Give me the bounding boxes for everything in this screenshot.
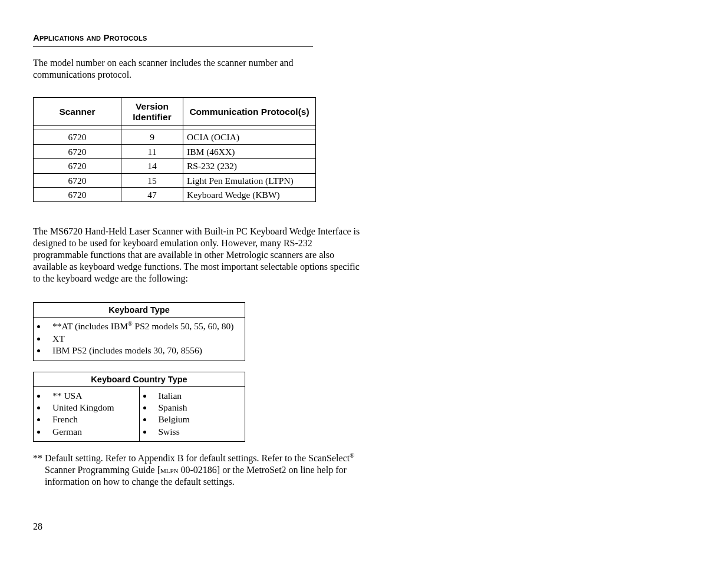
kbd-at-suffix: PS2 models 50, 55, 60, 80) — [133, 321, 234, 331]
cell-protocol: OCIA (OCIA) — [183, 130, 316, 144]
table-row: 6720 15 Light Pen Emulation (LTPN) — [34, 173, 316, 187]
intro-paragraph: The model number on each scanner include… — [33, 57, 351, 81]
cell-version: 9 — [121, 130, 183, 144]
cell-protocol: Keyboard Wedge (KBW) — [183, 187, 316, 201]
footnote-marker: ** — [33, 453, 45, 463]
list-item: Belgium — [153, 414, 242, 425]
list-item: Swiss — [153, 426, 242, 437]
keyboard-country-table: Keyboard Country Type ** USA United King… — [33, 372, 245, 442]
section-heading: Applications and Protocols — [33, 32, 313, 47]
cell-scanner: 6720 — [34, 187, 121, 201]
footnote-text2: Scanner Programming Guide [ — [45, 465, 160, 475]
kbd-country-header: Keyboard Country Type — [34, 372, 245, 386]
table-row: 6720 47 Keyboard Wedge (KBW) — [34, 187, 316, 201]
footnote-mlpn: mlpn — [160, 465, 179, 475]
cell-scanner: 6720 — [34, 144, 121, 158]
cell-protocol: IBM (46XX) — [183, 144, 316, 158]
list-item: Spanish — [153, 402, 242, 413]
list-item: German — [47, 426, 136, 437]
list-item: XT — [47, 333, 241, 344]
table-row: 6720 14 RS-232 (232) — [34, 159, 316, 173]
kbd-type-header: Keyboard Type — [34, 303, 245, 318]
kbd-at-prefix: **AT (includes IBM — [52, 321, 128, 331]
keyboard-type-table: Keyboard Type **AT (includes IBM® PS2 mo… — [33, 302, 245, 361]
cell-protocol: RS-232 (232) — [183, 159, 316, 173]
list-item: ** USA — [47, 390, 136, 401]
th-version: Version Identifier — [121, 97, 183, 126]
list-item: French — [47, 414, 136, 425]
protocol-table: Scanner Version Identifier Communication… — [33, 97, 316, 203]
cell-scanner: 6720 — [34, 159, 121, 173]
footnote: ** Default setting. Refer to Appendix B … — [33, 452, 387, 488]
body-paragraph: The MS6720 Hand-Held Laser Scanner with … — [33, 226, 365, 285]
list-item: United Kingdom — [47, 402, 136, 413]
cell-version: 15 — [121, 173, 183, 187]
cell-scanner: 6720 — [34, 173, 121, 187]
list-item: IBM PS2 (includes models 30, 70, 8556) — [47, 345, 241, 356]
cell-version: 14 — [121, 159, 183, 173]
table-row: 6720 11 IBM (46XX) — [34, 144, 316, 158]
cell-version: 47 — [121, 187, 183, 201]
table-row: 6720 9 OCIA (OCIA) — [34, 130, 316, 144]
list-item: **AT (includes IBM® PS2 models 50, 55, 6… — [47, 320, 241, 332]
th-scanner: Scanner — [34, 97, 121, 126]
footnote-text1: Default setting. Refer to Appendix B for… — [45, 453, 350, 463]
cell-protocol: Light Pen Emulation (LTPN) — [183, 173, 316, 187]
th-protocol: Communication Protocol(s) — [183, 97, 316, 126]
cell-scanner: 6720 — [34, 130, 121, 144]
list-item: Italian — [153, 390, 242, 401]
cell-version: 11 — [121, 144, 183, 158]
